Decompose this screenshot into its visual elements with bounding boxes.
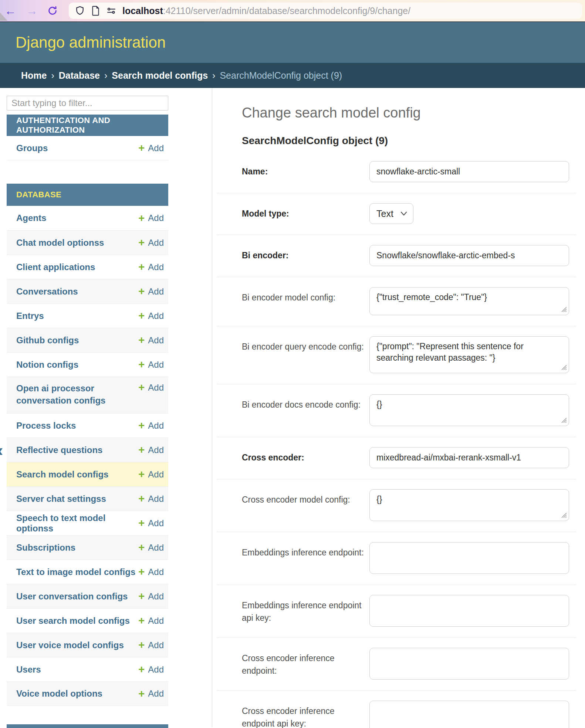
sidebar-collapse-icon[interactable]: ‹: [0, 442, 3, 459]
shield-icon[interactable]: [75, 6, 85, 16]
users-link[interactable]: Users: [16, 664, 41, 675]
sidebar-item-entrys: Entrys +Add: [7, 303, 168, 328]
reflective-questions-link[interactable]: Reflective questions: [16, 445, 102, 455]
url-text[interactable]: localhost:42110/server/admin/database/se…: [122, 6, 410, 16]
user-voice-model-configs-link[interactable]: User voice model configs: [16, 640, 124, 650]
plus-icon: +: [138, 542, 145, 553]
plus-icon: +: [138, 237, 145, 248]
back-icon[interactable]: ←: [4, 5, 16, 17]
notion-configs-link[interactable]: Notion configs: [16, 360, 78, 370]
model-type-select[interactable]: Text: [369, 203, 413, 224]
plus-icon: +: [138, 286, 145, 297]
resize-handle-icon[interactable]: [561, 417, 567, 423]
bi-encoder-model-config-field[interactable]: {"trust_remote_code": "True"}: [369, 287, 569, 315]
user-conversation-configs-link[interactable]: User conversation configs: [16, 591, 128, 602]
client-applications-add-button[interactable]: +Add: [138, 262, 164, 272]
sidebar-item-groups: Groups +Add: [7, 136, 168, 160]
sidebar-item-reflective-questions: Reflective questions +Add: [7, 438, 168, 462]
sidebar-item-chat-model-optionss: Chat model optionss +Add: [7, 230, 168, 255]
text-to-image-model-configs-link[interactable]: Text to image model configs: [16, 567, 135, 577]
sidebar-filter-input[interactable]: [7, 96, 168, 110]
chat-model-optionss-link[interactable]: Chat model optionss: [16, 238, 104, 248]
sidebar-item-agents: Agents +Add: [7, 206, 168, 230]
breadcrumb-separator: ›: [212, 70, 215, 81]
process-locks-link[interactable]: Process locks: [16, 421, 76, 431]
url-path: :42110/server/admin/database/searchmodel…: [163, 6, 410, 16]
form-row-bi-encoder: Bi encoder:: [217, 235, 576, 277]
name-label: Name:: [242, 161, 369, 182]
voice-model-options-add-button[interactable]: +Add: [138, 688, 164, 699]
client-applications-link[interactable]: Client applications: [16, 262, 95, 272]
conversations-add-button[interactable]: +Add: [138, 286, 164, 297]
sidebar-item-voice-model-options: Voice model options +Add: [7, 681, 168, 706]
voice-model-options-link[interactable]: Voice model options: [16, 688, 102, 699]
agents-add-button[interactable]: +Add: [138, 213, 164, 224]
sidebar-item-user-conversation-configs: User conversation configs +Add: [7, 584, 168, 608]
user-search-model-configs-link[interactable]: User search model configs: [16, 616, 130, 626]
server-chat-settingss-link[interactable]: Server chat settingss: [16, 494, 106, 504]
embeddings-inference-endpoint-field[interactable]: [369, 542, 569, 574]
cross-encoder-model-config-field[interactable]: {}: [369, 489, 569, 521]
reflective-questions-add-button[interactable]: +Add: [138, 445, 164, 455]
speech-to-text-model-optionss-link[interactable]: Speech to text model optionss: [16, 513, 138, 534]
entrys-add-button[interactable]: +Add: [138, 310, 164, 321]
bi-encoder-query-encode-config-label: Bi encoder query encode config:: [242, 336, 369, 373]
process-locks-add-button[interactable]: +Add: [138, 420, 164, 431]
cross-encoder-field[interactable]: [369, 447, 569, 468]
chat-model-optionss-add-button[interactable]: +Add: [138, 237, 164, 248]
embeddings-inference-endpoint-api-key-label: Embeddings inference endpoint api key:: [242, 595, 369, 627]
user-voice-model-configs-add-button[interactable]: +Add: [138, 640, 164, 650]
page-icon[interactable]: [91, 6, 100, 16]
breadcrumb-database[interactable]: Database: [59, 70, 100, 81]
github-configs-link[interactable]: Github configs: [16, 335, 79, 346]
django-header: Django administration: [0, 22, 585, 63]
users-add-button[interactable]: +Add: [138, 664, 164, 675]
resize-handle-icon[interactable]: [561, 512, 567, 518]
embeddings-inference-endpoint-label: Embeddings inference endpoint:: [242, 542, 369, 574]
address-bar[interactable]: localhost:42110/server/admin/database/se…: [69, 3, 582, 19]
resize-handle-icon[interactable]: [561, 364, 567, 370]
server-chat-settingss-add-button[interactable]: +Add: [138, 493, 164, 504]
embeddings-inference-endpoint-api-key-field[interactable]: [369, 595, 569, 627]
sidebar-item-search-model-configs: Search model configs +Add: [7, 462, 168, 486]
text-to-image-model-configs-add-button[interactable]: +Add: [138, 567, 164, 577]
plus-icon: +: [138, 688, 145, 699]
browser-toolbar: ← → localhost:42110/server/admin/databas…: [0, 0, 585, 22]
bi-encoder-docs-encode-config-field[interactable]: {}: [369, 394, 569, 426]
resize-handle-icon[interactable]: [561, 306, 567, 312]
name-field[interactable]: [369, 161, 569, 182]
model-type-label: Model type:: [242, 203, 369, 224]
bi-encoder-model-config-label: Bi encoder model config:: [242, 287, 369, 315]
subscriptions-link[interactable]: Subscriptions: [16, 542, 75, 553]
open-ai-processor-conversation-configs-add-button[interactable]: +Add: [138, 382, 164, 393]
groups-add-button[interactable]: +Add: [138, 143, 164, 153]
search-model-configs-link[interactable]: Search model configs: [16, 469, 108, 480]
object-title: SearchModelConfig object (9): [242, 135, 576, 147]
bi-encoder-field[interactable]: [369, 245, 569, 266]
site-title[interactable]: Django administration: [16, 34, 166, 51]
conversations-link[interactable]: Conversations: [16, 286, 78, 297]
agents-link[interactable]: Agents: [16, 213, 46, 223]
breadcrumb-current: SearchModelConfig object (9): [220, 70, 342, 81]
breadcrumb-home[interactable]: Home: [21, 70, 47, 81]
bi-encoder-query-encode-config-field[interactable]: {"prompt": "Represent this sentence for …: [369, 336, 569, 373]
entrys-link[interactable]: Entrys: [16, 311, 44, 321]
cross-encoder-inference-endpoint-api-key-field[interactable]: [369, 701, 569, 728]
subscriptions-add-button[interactable]: +Add: [138, 542, 164, 553]
groups-link[interactable]: Groups: [16, 143, 48, 153]
cross-encoder-inference-endpoint-field[interactable]: [369, 648, 569, 680]
user-conversation-configs-add-button[interactable]: +Add: [138, 591, 164, 602]
open-ai-processor-conversation-configs-link[interactable]: Open ai processor conversation configs: [16, 382, 112, 406]
speech-to-text-model-optionss-add-button[interactable]: +Add: [138, 518, 164, 528]
refresh-icon[interactable]: [47, 6, 58, 16]
breadcrumb-search-model-configs[interactable]: Search model configs: [112, 70, 208, 81]
permissions-sliders-icon[interactable]: [106, 6, 117, 16]
user-search-model-configs-add-button[interactable]: +Add: [138, 615, 164, 626]
plus-icon: +: [138, 335, 145, 346]
search-model-configs-add-button[interactable]: +Add: [138, 469, 164, 480]
page-title: Change search model config: [242, 105, 576, 121]
plus-icon: +: [138, 518, 145, 528]
github-configs-add-button[interactable]: +Add: [138, 335, 164, 346]
notion-configs-add-button[interactable]: +Add: [138, 359, 164, 370]
forward-icon[interactable]: →: [26, 5, 38, 17]
